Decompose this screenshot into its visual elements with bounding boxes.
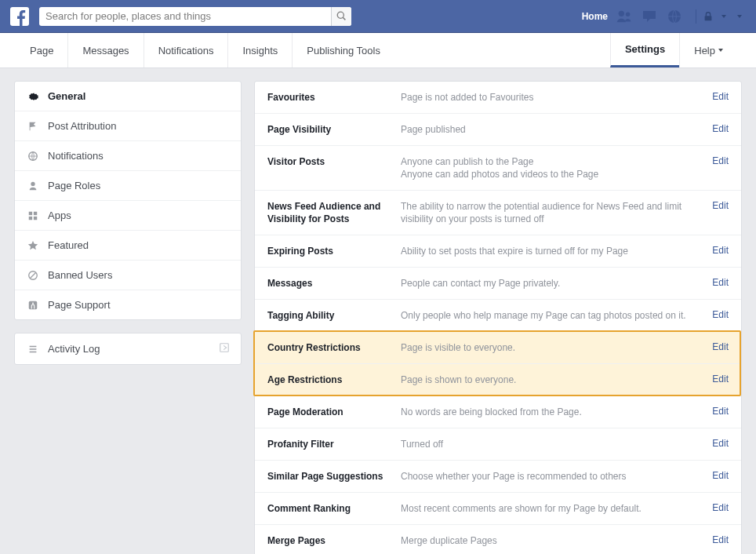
svg-line-2 [343, 17, 345, 20]
settings-row-page_visibility: Page VisibilityPage publishedEdit [255, 114, 741, 146]
fb-logo-icon [10, 7, 29, 26]
settings-row-profanity: Profanity FilterTurned offEdit [255, 428, 741, 461]
privacy-shortcut[interactable] [703, 11, 726, 22]
edit-link[interactable]: Edit [697, 245, 729, 256]
settings-row-desc: Anyone can publish to the PageAnyone can… [401, 155, 697, 180]
sidebar-item-banned-users[interactable]: Banned Users [15, 261, 241, 290]
settings-row-favourites: FavouritesPage is not added to Favourite… [255, 82, 741, 114]
settings-row-desc: Only people who help manage my Page can … [401, 309, 697, 322]
edit-link[interactable]: Edit [697, 406, 729, 417]
search-button[interactable] [331, 7, 351, 26]
friend-requests-jewel[interactable] [616, 8, 633, 25]
edit-link[interactable]: Edit [697, 470, 729, 481]
svg-rect-15 [29, 301, 38, 309]
sidebar-item-page-roles[interactable]: Page Roles [15, 171, 241, 201]
lock-icon [703, 11, 714, 22]
globe-icon [26, 151, 40, 162]
person-icon [26, 180, 40, 191]
svg-rect-17 [220, 344, 229, 352]
settings-row-moderation: Page ModerationNo words are being blocke… [255, 396, 741, 428]
settings-row-age: Age RestrictionsPage is shown to everyon… [255, 364, 741, 396]
sidebar-item-label: General [48, 90, 85, 102]
settings-row-merge: Merge PagesMerge duplicate PagesEdit [255, 525, 741, 554]
settings-row-desc: Choose whether your Page is recommended … [401, 470, 697, 483]
jewel-icons [616, 8, 683, 25]
sidebar-item-label: Featured [48, 239, 89, 251]
home-link[interactable]: Home [574, 11, 616, 22]
svg-rect-9 [29, 211, 32, 214]
account-menu[interactable] [734, 15, 742, 18]
settings-row-desc: Page is visible to everyone. [401, 341, 697, 354]
chevron-down-icon [737, 15, 742, 18]
svg-line-14 [31, 272, 36, 278]
sidebar-item-label: Banned Users [48, 269, 112, 281]
svg-rect-6 [705, 16, 712, 20]
settings-row-label: Page Visibility [267, 123, 401, 136]
settings-row-desc: Page published [401, 123, 697, 136]
friends-icon [616, 9, 633, 24]
tab-publishing-tools[interactable]: Publishing Tools [292, 33, 394, 67]
settings-row-label: Visitor Posts [267, 155, 401, 168]
sidebar-item-label: Post Attribution [48, 120, 116, 132]
tab-settings[interactable]: Settings [610, 33, 679, 67]
settings-row-desc: Turned off [401, 438, 697, 450]
edit-link[interactable]: Edit [697, 438, 729, 449]
settings-row-label: Age Restrictions [267, 374, 401, 386]
search-icon [336, 11, 347, 21]
globe-icon [667, 9, 682, 24]
edit-link[interactable]: Edit [697, 341, 729, 352]
notifications-jewel[interactable] [666, 8, 683, 25]
settings-row-label: Profanity Filter [267, 438, 401, 450]
edit-link[interactable]: Edit [697, 200, 729, 211]
settings-row-desc: Page is not added to Favourites [401, 91, 697, 104]
tab-messages[interactable]: Messages [67, 33, 143, 67]
topbar: Home [0, 0, 756, 33]
edit-link[interactable]: Edit [697, 534, 729, 545]
tab-page[interactable]: Page [19, 33, 67, 67]
settings-row-desc: Page is shown to everyone. [401, 374, 697, 386]
settings-row-desc: Merge duplicate Pages [401, 534, 697, 547]
sidebar-item-apps[interactable]: Apps [15, 201, 241, 231]
tab-notifications[interactable]: Notifications [144, 33, 228, 67]
sidebar-item-post-attribution[interactable]: Post Attribution [15, 111, 241, 141]
settings-row-messages_row: MessagesPeople can contact my Page priva… [255, 268, 741, 300]
list-icon [26, 344, 40, 355]
settings-row-label: Expiring Posts [267, 245, 401, 257]
settings-row-desc: Most recent comments are shown for my Pa… [401, 502, 697, 515]
fb-logo[interactable] [0, 0, 39, 33]
messages-jewel[interactable] [641, 8, 658, 25]
svg-point-8 [31, 181, 35, 185]
search-input[interactable] [39, 7, 351, 26]
svg-rect-10 [34, 211, 37, 214]
chevron-down-icon [718, 49, 723, 52]
go-icon [219, 342, 230, 355]
sidebar-item-label: Page Roles [48, 180, 100, 191]
edit-link[interactable]: Edit [697, 91, 729, 102]
page-nav: Page Messages Notifications Insights Pub… [0, 33, 756, 68]
sidebar-item-featured[interactable]: Featured [15, 231, 241, 261]
edit-link[interactable]: Edit [697, 502, 729, 513]
sidebar-item-activity-log[interactable]: Activity Log [15, 333, 241, 364]
tab-insights[interactable]: Insights [227, 33, 292, 67]
edit-link[interactable]: Edit [697, 155, 729, 166]
search-wrap [39, 7, 351, 26]
sidebar-item-general[interactable]: General [15, 82, 241, 111]
edit-link[interactable]: Edit [697, 309, 729, 320]
sidebar-item-notifications[interactable]: Notifications [15, 141, 241, 171]
settings-row-label: News Feed Audience and Visibility for Po… [267, 200, 401, 225]
edit-link[interactable]: Edit [697, 123, 729, 134]
settings-row-desc: Ability to set posts that expire is turn… [401, 245, 697, 257]
edit-link[interactable]: Edit [697, 374, 729, 385]
sidebar-item-label: Activity Log [48, 343, 100, 355]
support-icon [26, 300, 40, 311]
tab-help[interactable]: Help [679, 33, 737, 67]
settings-row-country: Country RestrictionsPage is visible to e… [255, 332, 741, 364]
edit-link[interactable]: Edit [697, 277, 729, 288]
svg-point-1 [337, 12, 343, 18]
sidebar: General Post Attribution Notifications P… [14, 81, 242, 554]
settings-row-expiring_posts: Expiring PostsAbility to set posts that … [255, 235, 741, 268]
settings-row-label: Merge Pages [267, 534, 401, 547]
settings-row-label: Tagging Ability [267, 309, 401, 322]
sidebar-item-page-support[interactable]: Page Support [15, 290, 241, 319]
svg-point-3 [619, 10, 624, 16]
